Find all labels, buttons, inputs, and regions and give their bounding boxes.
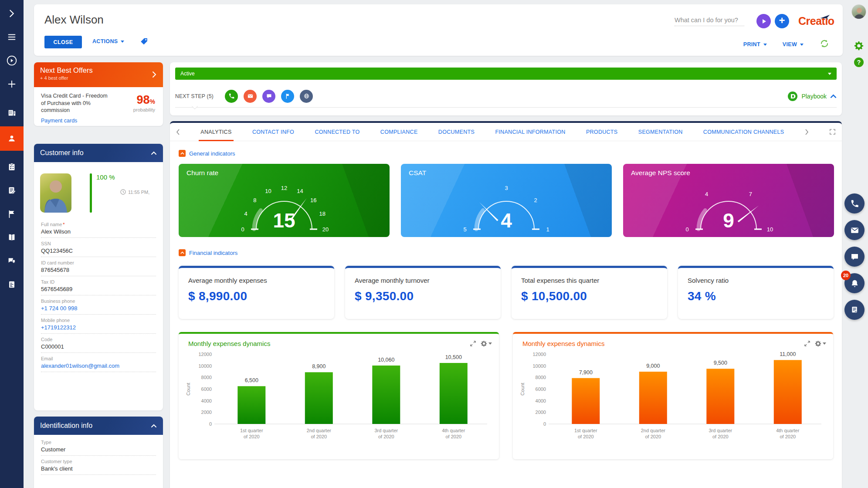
field-row[interactable]: Mobile phone+1719122312 <box>41 315 156 334</box>
tabs-scroll-left-icon[interactable] <box>176 129 180 135</box>
svg-text:9: 9 <box>723 209 734 232</box>
notifications-bell-button[interactable]: 20 <box>844 273 865 293</box>
field-row[interactable]: Customer typeBank's client <box>41 456 156 475</box>
record-tabs-card: ANALYTICSCONTACT INFOCONNECTED TOCOMPLIA… <box>170 121 842 488</box>
process-play-icon[interactable] <box>0 51 24 71</box>
help-icon[interactable]: ? <box>853 57 865 68</box>
expand-view-icon[interactable] <box>829 129 836 135</box>
tab-connected-to[interactable]: CONNECTED TO <box>315 123 359 141</box>
chevron-right-icon <box>151 70 158 81</box>
stage-active-bar[interactable]: Active <box>175 68 837 80</box>
offer-probability: 98% probability <box>133 93 155 112</box>
view-button[interactable]: VIEW <box>783 41 804 47</box>
offer-body: Visa Credit Card - Freedom of Purchase w… <box>34 87 163 129</box>
chart-settings-gear-icon[interactable] <box>815 340 826 347</box>
tab-communication-channels[interactable]: COMMUNICATION CHANNELS <box>703 123 784 141</box>
svg-text:10: 10 <box>767 226 773 233</box>
feed-icon[interactable] <box>0 274 24 295</box>
leads-flag-icon[interactable] <box>0 204 24 224</box>
collapse-section-icon[interactable] <box>179 150 186 157</box>
cti-call-button[interactable] <box>844 193 865 214</box>
add-icon[interactable] <box>0 74 24 94</box>
field-value[interactable]: +1719122312 <box>41 324 156 331</box>
actions-button[interactable]: ACTIONS <box>92 38 124 44</box>
field-row[interactable]: ID card number876545678 <box>41 257 156 276</box>
collapse-section-icon[interactable] <box>179 249 186 256</box>
customer-info-header[interactable]: Customer info <box>34 144 163 162</box>
settings-gear-icon[interactable] <box>853 40 865 51</box>
assistant-play-button[interactable] <box>756 14 771 28</box>
tab-financial-information[interactable]: FINANCIAL INFORMATION <box>495 123 565 141</box>
activities-icon[interactable] <box>0 180 24 200</box>
user-avatar[interactable] <box>851 4 866 19</box>
field-value[interactable]: +1 724 00 998 <box>41 305 156 312</box>
field-row[interactable]: Tax ID5676545689 <box>41 276 156 295</box>
tag-icon[interactable] <box>139 37 149 48</box>
field-value[interactable]: alexander01wilson@gmail.com <box>41 363 156 369</box>
chart-settings-gear-icon[interactable] <box>481 340 492 347</box>
playbook-button[interactable]: Playbook <box>787 91 837 102</box>
tab-compliance[interactable]: COMPLIANCE <box>380 123 418 141</box>
field-row[interactable]: TypeCustomer <box>41 437 156 456</box>
expand-chart-icon[interactable] <box>804 340 810 347</box>
close-button[interactable]: CLOSE <box>44 36 82 48</box>
tabs-scroll-right-icon[interactable] <box>805 129 809 135</box>
creatio-logo: Creatio <box>798 15 834 27</box>
knowledge-book-icon[interactable] <box>0 227 24 247</box>
print-button[interactable]: PRINT <box>743 41 767 47</box>
svg-text:11,000: 11,000 <box>780 351 796 357</box>
call-icon[interactable] <box>225 90 238 103</box>
svg-text:12000: 12000 <box>532 352 546 357</box>
flag-icon[interactable] <box>281 90 294 103</box>
tasks-icon[interactable] <box>0 157 24 177</box>
chevron-up-icon <box>151 424 157 428</box>
contacts-icon-active[interactable] <box>0 126 24 151</box>
svg-text:of 2020: of 2020 <box>244 434 260 439</box>
field-row[interactable]: CodeC000001 <box>41 334 156 353</box>
chevron-down-icon <box>763 44 767 46</box>
field-label: Type <box>41 440 156 445</box>
contact-photo[interactable] <box>40 173 71 213</box>
email-icon[interactable] <box>244 90 257 103</box>
svg-text:12: 12 <box>281 185 287 191</box>
next-best-offers-header[interactable]: Next Best Offers + 4 best offer <box>34 62 163 87</box>
svg-text:4: 4 <box>244 210 248 217</box>
chat-panel-button[interactable] <box>844 247 865 267</box>
email-panel-button[interactable] <box>844 220 865 240</box>
chevron-up-icon <box>151 151 157 155</box>
menu-icon[interactable] <box>0 27 24 47</box>
next-step-row: NEXT STEP (5) Playbook <box>175 85 837 108</box>
assistant-input[interactable] <box>675 17 744 26</box>
chevron-up-icon <box>830 94 837 98</box>
svg-text:12000: 12000 <box>198 352 212 357</box>
chats-icon[interactable] <box>0 251 24 271</box>
completeness-value: 100 % <box>96 173 115 213</box>
chat-icon[interactable] <box>262 90 275 103</box>
quick-add-button[interactable]: + <box>775 14 789 28</box>
tab-products[interactable]: PRODUCTS <box>586 123 618 141</box>
accounts-icon[interactable] <box>0 103 24 123</box>
svg-text:3rd quarter: 3rd quarter <box>709 428 732 433</box>
field-row[interactable]: Full name*Alex Wilson <box>41 219 156 238</box>
refresh-icon[interactable] <box>819 38 830 51</box>
tab-segmentation[interactable]: SEGMENTATION <box>638 123 683 141</box>
svg-text:7,900: 7,900 <box>579 369 593 376</box>
tab-contact-info[interactable]: CONTACT INFO <box>252 123 294 141</box>
field-row[interactable]: SSNQQ123456C <box>41 238 156 257</box>
playbook-icon <box>787 91 798 102</box>
field-row[interactable]: Emailalexander01wilson@gmail.com <box>41 353 156 372</box>
payment-cards-link[interactable]: Payment cards <box>41 118 77 124</box>
chevron-down-icon <box>800 44 804 46</box>
field-row[interactable]: Business phone+1 724 00 998 <box>41 295 156 315</box>
svg-text:of 2020: of 2020 <box>645 434 661 439</box>
svg-text:8,900: 8,900 <box>312 363 326 369</box>
identification-info-header[interactable]: Identification info <box>34 417 163 435</box>
process-log-button[interactable] <box>844 300 865 320</box>
tab-documents[interactable]: DOCUMENTS <box>438 123 475 141</box>
field-label: Customer type <box>41 459 156 464</box>
svg-text:6,500: 6,500 <box>245 377 258 383</box>
expand-sidebar-icon[interactable] <box>0 3 24 24</box>
web-icon[interactable] <box>300 90 313 103</box>
tab-analytics[interactable]: ANALYTICS <box>200 123 231 141</box>
expand-chart-icon[interactable] <box>470 340 476 347</box>
